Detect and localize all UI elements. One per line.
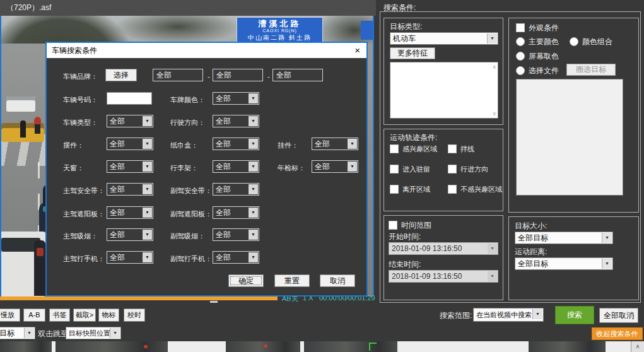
result-thumbnail[interactable] [304,341,397,352]
chevron-down-icon: ▼ [143,116,152,126]
show-target-dropdown[interactable]: 示目标▼ [0,327,35,339]
brand-label: 车辆品牌： [63,70,98,83]
driver-seatbelt-dropdown[interactable]: 全部▼ [107,183,153,196]
scene-trees-mid [115,16,241,44]
reset-button[interactable]: 重置 [274,274,310,287]
radio-color-combo[interactable]: 颜色组合 [570,37,612,46]
checkbox-interest-area[interactable]: 感兴趣区域 [390,144,437,153]
capture-button[interactable]: 截取> [73,308,96,322]
target-type-value: 机动车 [393,34,416,43]
driver-smoking-dropdown[interactable]: 全部▼ [107,228,153,241]
ok-button[interactable]: 确定 [228,274,264,287]
checkbox-enter-stay[interactable]: 进入驻留 [390,165,430,173]
target-type-dropdown[interactable]: 机动车▼ [390,32,498,45]
driver-visor-dropdown[interactable]: 全部▼ [107,206,153,219]
search-button[interactable]: 搜索 [555,306,594,324]
ornament-value: 全部 [110,139,125,148]
radio-icon [570,37,578,46]
passenger-phone-dropdown[interactable]: 全部▼ [213,251,259,264]
passenger-phone-label: 副驾打手机： [170,252,212,265]
collapse-search-button[interactable]: 收起搜索条件 [592,327,643,340]
passenger-smoking-dropdown[interactable]: 全部▼ [213,228,259,241]
motion-distance-label: 运动距离: [515,245,547,258]
close-icon[interactable]: × [354,43,360,58]
result-thumbnail[interactable] [529,341,606,352]
passenger-visor-label: 副驾遮阳板： [170,208,212,220]
radio-select-file[interactable]: 选择文件 [516,66,559,75]
search-scope-dropdown[interactable]: 在当前视频中搜索▼ [473,308,544,322]
motion-distance-dropdown[interactable]: 全部目标▼ [515,257,613,270]
roof-rack-dropdown[interactable]: 全部▼ [213,160,259,173]
result-thumbnail[interactable] [226,341,300,352]
direction-dropdown[interactable]: 全部▼ [213,115,259,127]
dialog-title: 车辆搜索条件 [52,46,97,55]
cancel-button[interactable]: 取消 [320,274,355,287]
chevron-down-icon: ▼ [249,208,258,218]
feature-listbox[interactable]: ∧ ∨ [390,62,498,119]
result-thumbnail[interactable] [0,341,52,352]
checkbox-label: 不感兴趣区域 [460,185,502,194]
checkbox-direction[interactable]: 行进方向 [448,165,488,173]
vehicle-type-label: 车辆类型： [63,116,98,129]
motion-distance-value: 全部目标 [518,259,548,268]
passenger-visor-value: 全部 [216,208,231,217]
time-sync-button[interactable]: 校时 [124,308,145,322]
search-scope-label: 搜索范围: [440,309,472,322]
result-thumbnail[interactable] [56,341,168,352]
chevron-down-icon: ▼ [24,328,34,338]
checkbox-tripwire[interactable]: 拌线 [448,144,474,153]
road-sign-pinyin: CAOXI RD(N) [237,28,322,33]
dialog-title-bar[interactable]: 车辆搜索条件 × [47,43,366,58]
brand-field-1[interactable]: 全部 [153,69,203,81]
object-mark-button[interactable]: 物标 [98,308,119,322]
circle-target-button[interactable]: 圈选目标 [566,64,616,76]
brand-field-3[interactable]: 全部 [272,69,323,81]
tissue-box-dropdown[interactable]: 全部▼ [213,138,259,150]
radio-screen-pick[interactable]: 屏幕取色 [516,52,559,61]
plate-color-label: 车牌颜色： [170,93,205,106]
sunroof-dropdown[interactable]: 全部▼ [107,160,153,173]
bookmark-button[interactable]: 书签 [49,308,70,322]
passenger-seatbelt-dropdown[interactable]: 全部▼ [213,183,259,196]
start-time-label: 开始时间: [389,230,421,243]
cancel-all-button[interactable]: 全部取消 [599,308,638,323]
vehicle-type-dropdown[interactable]: 全部▼ [107,115,153,127]
driver-smoking-label: 主驾吸烟： [63,230,98,242]
checkbox-non-interest-area[interactable]: 不感兴趣区域 [448,185,502,194]
chevron-down-icon: ▼ [143,208,152,218]
chevron-down-icon: ▼ [488,243,497,254]
brand-field-2[interactable]: 全部 [213,69,263,81]
scroll-down-icon[interactable]: ∨ [492,110,496,117]
checkbox-icon [390,165,399,173]
ab-repeat-button[interactable]: A-B [23,308,45,322]
start-time-dropdown[interactable]: 2018-01-09 13:16:50▼ [389,242,498,255]
more-features-button[interactable]: 更多特征 [390,47,435,59]
radio-main-color[interactable]: 主要颜色 [516,37,559,46]
show-target-value: 示目标 [0,329,15,337]
chevron-down-icon: ▼ [249,93,258,103]
driver-phone-dropdown[interactable]: 全部▼ [107,251,153,264]
brand-select-button[interactable]: 选择 [105,69,137,81]
end-time-dropdown[interactable]: 2018-01-09 13:16:50▼ [389,270,498,283]
pendant-dropdown[interactable]: 全部▼ [312,138,358,150]
ornament-dropdown[interactable]: 全部▼ [107,138,153,150]
plate-number-input[interactable] [107,92,152,105]
roof-rack-value: 全部 [216,162,231,171]
tissue-box-label: 纸巾盒： [170,139,198,151]
checkbox-appearance[interactable]: 外观条件 [516,23,559,32]
playback-progress-bar[interactable] [0,296,278,300]
strip-scroll-up-button[interactable]: ∧ [631,341,644,352]
direction-value: 全部 [216,117,231,126]
passenger-visor-dropdown[interactable]: 全部▼ [213,206,259,219]
checkbox-label: 行进方向 [460,165,488,173]
plate-color-dropdown[interactable]: 全部▼ [213,92,259,105]
checkbox-icon [390,185,399,194]
radio-label: 颜色组合 [582,37,612,46]
slow-play-button[interactable]: 慢放 [0,308,20,322]
jump-target-dropdown[interactable]: 目标快照位置▼ [66,327,121,339]
target-size-dropdown[interactable]: 全部目标▼ [515,232,613,244]
checkbox-time-range[interactable]: 时间范围 [389,221,431,230]
inspection-sticker-dropdown[interactable]: 全部▼ [312,160,358,173]
checkbox-leave-area[interactable]: 离开区域 [390,185,430,194]
scroll-up-icon[interactable]: ∧ [492,64,496,70]
